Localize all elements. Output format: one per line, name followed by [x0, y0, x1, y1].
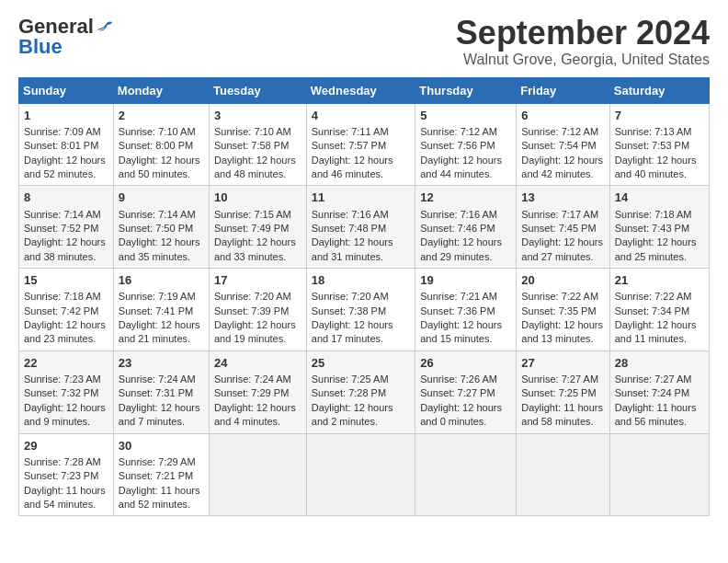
col-thursday: Thursday	[415, 77, 517, 103]
sunset-text: Sunset: 7:48 PM	[312, 223, 386, 234]
table-row: 30 Sunrise: 7:29 AM Sunset: 7:21 PM Dayl…	[113, 433, 209, 516]
sunrise-text: Sunrise: 7:12 AM	[521, 126, 598, 137]
table-row: 8 Sunrise: 7:14 AM Sunset: 7:52 PM Dayli…	[19, 186, 114, 269]
day-number: 2	[119, 108, 204, 124]
daylight-text: Daylight: 12 hours and 44 minutes.	[420, 155, 502, 179]
day-number: 17	[214, 272, 301, 289]
sunset-text: Sunset: 7:35 PM	[521, 305, 596, 316]
sunrise-text: Sunrise: 7:27 AM	[521, 373, 598, 385]
sunset-text: Sunset: 7:52 PM	[24, 223, 98, 234]
col-tuesday: Tuesday	[209, 77, 306, 103]
sunrise-text: Sunrise: 7:26 AM	[420, 373, 497, 385]
table-row: 21 Sunrise: 7:22 AM Sunset: 7:34 PM Dayl…	[609, 269, 709, 351]
sunrise-text: Sunrise: 7:25 AM	[312, 373, 389, 385]
table-row: 24 Sunrise: 7:24 AM Sunset: 7:29 PM Dayl…	[209, 350, 306, 433]
daylight-text: Daylight: 12 hours and 25 minutes.	[615, 236, 697, 261]
daylight-text: Daylight: 11 hours and 52 minutes.	[119, 485, 200, 510]
day-number: 15	[24, 272, 108, 289]
calendar-week-row: 8 Sunrise: 7:14 AM Sunset: 7:52 PM Dayli…	[19, 186, 710, 269]
table-row: 10 Sunrise: 7:15 AM Sunset: 7:49 PM Dayl…	[209, 186, 306, 269]
empty-cell	[415, 433, 517, 516]
daylight-text: Daylight: 12 hours and 23 minutes.	[24, 319, 106, 344]
day-number: 1	[24, 108, 108, 124]
sunrise-text: Sunrise: 7:19 AM	[119, 291, 196, 302]
sunrise-text: Sunrise: 7:16 AM	[420, 209, 497, 220]
daylight-text: Daylight: 11 hours and 56 minutes.	[615, 402, 697, 427]
sunset-text: Sunset: 7:21 PM	[119, 470, 193, 481]
table-row: 26 Sunrise: 7:26 AM Sunset: 7:27 PM Dayl…	[415, 350, 517, 433]
sunrise-text: Sunrise: 7:22 AM	[521, 291, 598, 302]
table-row: 12 Sunrise: 7:16 AM Sunset: 7:46 PM Dayl…	[415, 186, 517, 269]
table-row: 20 Sunrise: 7:22 AM Sunset: 7:35 PM Dayl…	[517, 269, 609, 351]
day-number: 18	[312, 272, 410, 289]
sunset-text: Sunset: 7:46 PM	[420, 223, 495, 234]
sunset-text: Sunset: 7:49 PM	[214, 223, 289, 234]
daylight-text: Daylight: 12 hours and 11 minutes.	[615, 319, 697, 344]
daylight-text: Daylight: 12 hours and 9 minutes.	[24, 402, 106, 427]
daylight-text: Daylight: 12 hours and 0 minutes.	[420, 402, 502, 427]
daylight-text: Daylight: 12 hours and 15 minutes.	[420, 319, 502, 344]
table-row: 9 Sunrise: 7:14 AM Sunset: 7:50 PM Dayli…	[113, 186, 209, 269]
sunrise-text: Sunrise: 7:24 AM	[119, 373, 196, 385]
col-friday: Friday	[517, 77, 609, 103]
day-number: 5	[420, 108, 511, 124]
logo-bird-icon	[97, 20, 114, 33]
empty-cell	[209, 433, 306, 516]
table-row: 16 Sunrise: 7:19 AM Sunset: 7:41 PM Dayl…	[113, 269, 209, 351]
sunrise-text: Sunrise: 7:12 AM	[420, 126, 497, 137]
sunrise-text: Sunrise: 7:17 AM	[521, 209, 598, 220]
table-row: 29 Sunrise: 7:28 AM Sunset: 7:23 PM Dayl…	[19, 433, 114, 516]
table-row: 11 Sunrise: 7:16 AM Sunset: 7:48 PM Dayl…	[306, 186, 415, 269]
day-number: 13	[521, 190, 604, 206]
logo-blue: Blue	[18, 35, 63, 59]
day-number: 23	[119, 355, 204, 372]
daylight-text: Daylight: 12 hours and 40 minutes.	[615, 155, 697, 179]
daylight-text: Daylight: 12 hours and 21 minutes.	[119, 319, 200, 344]
sunrise-text: Sunrise: 7:22 AM	[615, 291, 692, 302]
calendar-table: Sunday Monday Tuesday Wednesday Thursday…	[18, 77, 710, 517]
sunset-text: Sunset: 7:24 PM	[615, 387, 689, 398]
daylight-text: Daylight: 12 hours and 2 minutes.	[312, 402, 393, 427]
empty-cell	[306, 433, 415, 516]
day-number: 3	[214, 108, 301, 124]
day-number: 22	[24, 355, 108, 372]
sunset-text: Sunset: 7:32 PM	[24, 387, 98, 398]
sunset-text: Sunset: 7:50 PM	[119, 223, 193, 234]
calendar-week-row: 22 Sunrise: 7:23 AM Sunset: 7:32 PM Dayl…	[19, 350, 710, 433]
sunset-text: Sunset: 8:01 PM	[24, 140, 98, 151]
day-number: 25	[312, 355, 410, 372]
sunset-text: Sunset: 7:25 PM	[521, 387, 596, 398]
sunrise-text: Sunrise: 7:18 AM	[615, 209, 692, 220]
sunrise-text: Sunrise: 7:20 AM	[214, 291, 291, 302]
sunrise-text: Sunrise: 7:29 AM	[119, 456, 196, 467]
empty-cell	[517, 433, 609, 516]
sunrise-text: Sunrise: 7:14 AM	[119, 209, 196, 220]
day-number: 6	[521, 108, 604, 124]
sunset-text: Sunset: 7:34 PM	[615, 305, 689, 316]
sunset-text: Sunset: 7:38 PM	[312, 305, 386, 316]
daylight-text: Daylight: 12 hours and 35 minutes.	[119, 236, 200, 261]
daylight-text: Daylight: 12 hours and 19 minutes.	[214, 319, 296, 344]
sunrise-text: Sunrise: 7:10 AM	[119, 126, 196, 137]
title-block: September 2024 Walnut Grove, Georgia, Un…	[456, 15, 710, 68]
day-number: 21	[615, 272, 704, 289]
sunset-text: Sunset: 7:31 PM	[119, 387, 193, 398]
day-number: 9	[119, 190, 204, 206]
day-number: 14	[615, 190, 704, 206]
sunset-text: Sunset: 7:42 PM	[24, 305, 98, 316]
daylight-text: Daylight: 12 hours and 48 minutes.	[214, 155, 296, 179]
day-number: 26	[420, 355, 511, 372]
logo: General Blue	[18, 15, 114, 59]
table-row: 2 Sunrise: 7:10 AM Sunset: 8:00 PM Dayli…	[113, 103, 209, 186]
sunrise-text: Sunrise: 7:14 AM	[24, 209, 101, 220]
sunset-text: Sunset: 7:58 PM	[214, 140, 289, 151]
table-row: 1 Sunrise: 7:09 AM Sunset: 8:01 PM Dayli…	[19, 103, 114, 186]
sunrise-text: Sunrise: 7:10 AM	[214, 126, 291, 137]
table-row: 3 Sunrise: 7:10 AM Sunset: 7:58 PM Dayli…	[209, 103, 306, 186]
sunset-text: Sunset: 7:45 PM	[521, 223, 596, 234]
table-row: 14 Sunrise: 7:18 AM Sunset: 7:43 PM Dayl…	[609, 186, 709, 269]
day-number: 7	[615, 108, 704, 124]
table-row: 22 Sunrise: 7:23 AM Sunset: 7:32 PM Dayl…	[19, 350, 114, 433]
table-row: 5 Sunrise: 7:12 AM Sunset: 7:56 PM Dayli…	[415, 103, 517, 186]
sunrise-text: Sunrise: 7:23 AM	[24, 373, 101, 385]
